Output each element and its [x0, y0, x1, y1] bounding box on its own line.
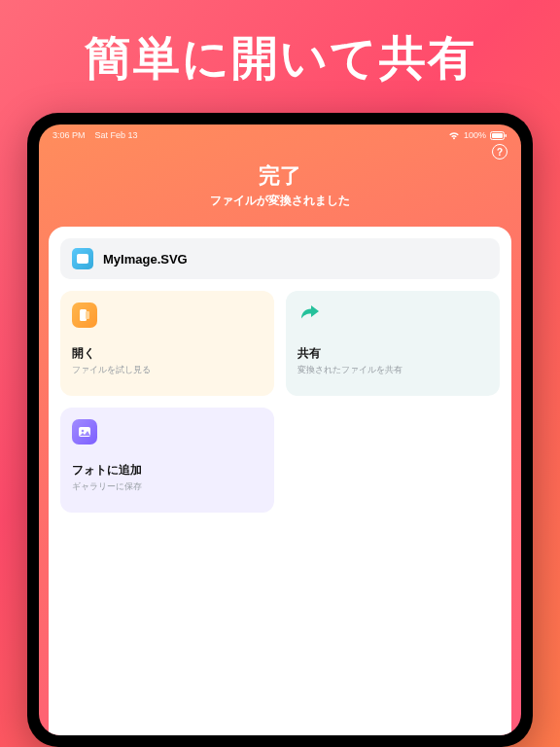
svg-rect-4 [86, 311, 89, 319]
open-title: 開く [72, 345, 262, 362]
share-title: 共有 [298, 345, 488, 362]
open-icon [72, 302, 97, 328]
status-time: 3:06 PM [52, 130, 86, 140]
empty-slot [286, 408, 500, 513]
open-card[interactable]: 開く ファイルを試し見る [60, 291, 274, 396]
promo-headline: 簡単に開いて共有 [0, 27, 560, 89]
status-bar: 3:06 PM Sat Feb 13 100% [39, 124, 521, 140]
svg-point-6 [82, 430, 85, 433]
photos-icon [72, 419, 97, 445]
status-right: 100% [448, 130, 508, 140]
status-date: Sat Feb 13 [95, 130, 138, 140]
header-block: 完了 ファイルが変換されました [39, 161, 521, 209]
image-file-icon [72, 248, 93, 269]
action-cards-row-2: フォトに追加 ギャラリーに保存 [60, 408, 500, 513]
photos-subtitle: ギャラリーに保存 [72, 480, 262, 493]
page-subtitle: ファイルが変換されました [39, 193, 521, 209]
share-card[interactable]: 共有 変換されたファイルを共有 [286, 291, 500, 396]
battery-icon [490, 131, 508, 140]
help-button[interactable]: ? [492, 144, 508, 160]
photos-card[interactable]: フォトに追加 ギャラリーに保存 [60, 408, 274, 513]
page-title: 完了 [39, 161, 521, 191]
share-icon [298, 302, 488, 328]
sheet-spacer [60, 524, 500, 724]
photos-title: フォトに追加 [72, 462, 262, 479]
file-name: MyImage.SVG [103, 252, 188, 267]
open-subtitle: ファイルを試し見る [72, 364, 262, 376]
svg-rect-2 [506, 134, 508, 137]
device-screen: 3:06 PM Sat Feb 13 100% ? 完了 ファイルが変換されまし… [39, 124, 521, 735]
battery-percent: 100% [464, 130, 486, 140]
action-cards-row-1: 開く ファイルを試し見る 共有 変換されたファイルを共有 [60, 291, 500, 396]
wifi-icon [448, 131, 460, 140]
help-row: ? [39, 140, 521, 160]
device-frame: 3:06 PM Sat Feb 13 100% ? 完了 ファイルが変換されまし… [27, 113, 533, 747]
svg-rect-3 [80, 309, 87, 321]
status-left: 3:06 PM Sat Feb 13 [52, 130, 138, 140]
share-subtitle: 変換されたファイルを共有 [298, 364, 488, 376]
svg-rect-1 [492, 133, 503, 138]
content-sheet: MyImage.SVG 開く ファイルを試し見る 共有 変換されたファイルを共有 [49, 227, 511, 735]
file-row[interactable]: MyImage.SVG [60, 238, 500, 279]
